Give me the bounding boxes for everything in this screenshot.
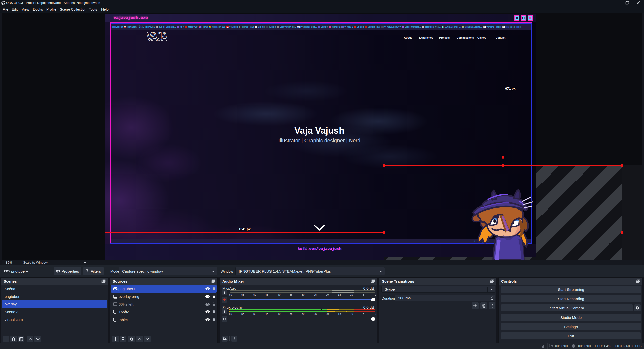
svg-text:VAJA: VAJA [147,30,167,42]
